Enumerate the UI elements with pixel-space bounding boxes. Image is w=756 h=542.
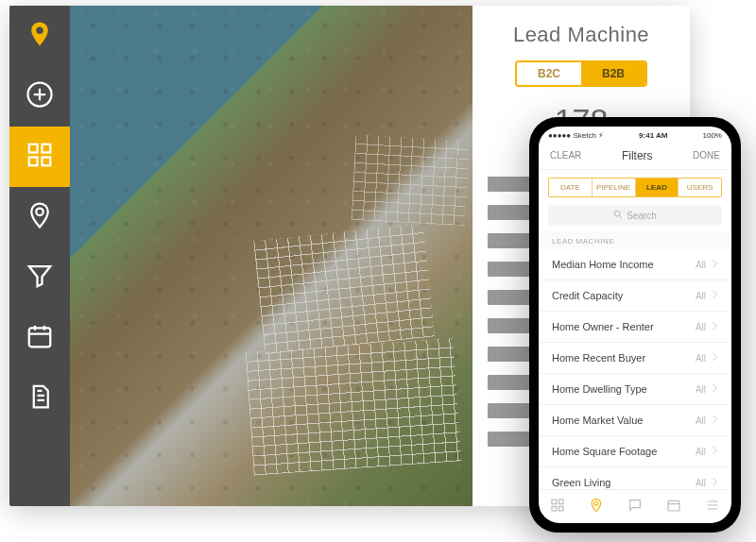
chevron-right-icon [712,477,718,488]
filter-row[interactable]: Home Recent BuyerAll [539,343,731,374]
filter-label: Home Owner - Renter [552,321,654,332]
filter-value-group: All [696,446,718,457]
sidebar-item-add[interactable] [9,66,70,127]
map-subdivision [246,338,462,475]
filter-value: All [696,353,706,364]
filter-label: Home Recent Buyer [552,352,645,364]
map-pin-icon [26,201,54,233]
menu-icon [705,498,720,517]
chevron-right-icon [712,321,718,332]
tab-lead[interactable]: LEAD [636,178,679,196]
filter-row[interactable]: Credit CapacityAll [539,280,731,312]
tabbar-chat[interactable] [627,499,644,516]
filter-value: All [696,478,706,488]
sidebar-item-filter[interactable] [9,247,70,308]
filter-value: All [696,415,706,426]
phone-screen: ●●●●● Sketch ⚡︎ 9:41 AM 100% CLEAR Filte… [539,127,731,523]
filter-label: Home Dwelling Type [552,383,647,395]
sidebar-item-grid[interactable] [9,127,70,187]
section-header: LEAD MACHINE [539,231,731,249]
filter-value-group: All [696,290,718,301]
filters-topbar: CLEAR Filters DONE [539,142,731,170]
filter-row[interactable]: Home Dwelling TypeAll [539,374,731,405]
segment-control: B2C B2B [515,60,647,87]
segment-b2c[interactable]: B2C [517,62,581,85]
logo-pin-icon [26,20,54,52]
chevron-right-icon [712,415,718,426]
search-icon [613,210,623,221]
statusbar-time: 9:41 AM [639,131,667,140]
done-button[interactable]: DONE [693,150,720,161]
filter-row[interactable]: Median Home IncomeAll [539,249,731,280]
svg-rect-11 [552,506,557,511]
sidebar-item-map[interactable] [9,187,70,247]
tabbar-grid[interactable] [549,499,566,516]
tab-date[interactable]: DATE [549,178,593,196]
filter-value-group: All [696,352,718,364]
tabbar-calendar[interactable] [665,499,682,516]
svg-rect-7 [29,328,51,347]
svg-rect-4 [29,158,38,166]
svg-point-6 [36,209,43,216]
svg-point-8 [614,211,620,216]
sidebar-item-calendar[interactable] [9,308,70,368]
sidebar [9,6,70,506]
svg-rect-10 [559,500,564,504]
topbar-title: Filters [622,149,653,162]
sidebar-item-logo[interactable] [9,6,70,66]
svg-rect-5 [43,158,51,166]
filter-label: Home Market Value [552,415,643,426]
svg-rect-9 [552,500,557,504]
filter-icon [26,262,54,294]
filter-value: All [696,447,706,457]
filter-value: All [696,291,706,301]
tab-pipeline[interactable]: PIPELINE [593,178,636,196]
chevron-right-icon [712,290,718,301]
filter-value: All [696,384,706,395]
chevron-right-icon [712,383,718,395]
map-subdivision [352,135,470,226]
filter-tabs: DATE PIPELINE LEAD USERS [548,178,722,197]
grid-icon [550,498,565,517]
filter-value-group: All [696,383,718,395]
status-bar: ●●●●● Sketch ⚡︎ 9:41 AM 100% [539,127,731,142]
filter-label: Median Home Income [552,259,654,270]
search-placeholder: Search [627,211,657,221]
clear-button[interactable]: CLEAR [550,150,581,161]
panel-title: Lead Machine [513,23,649,47]
bottom-tabbar [539,489,731,523]
add-icon [26,80,54,112]
search-input[interactable]: Search [548,205,722,226]
filter-label: Credit Capacity [552,290,623,301]
chat-icon [627,498,643,517]
svg-rect-2 [29,144,38,153]
filter-value: All [696,322,706,332]
tabbar-menu[interactable] [704,499,721,516]
chevron-right-icon [712,259,718,270]
filter-row[interactable]: Home Square FootageAll [539,436,731,467]
filter-label: Green Living [552,477,610,488]
phone-device: ●●●●● Sketch ⚡︎ 9:41 AM 100% CLEAR Filte… [529,117,741,533]
tab-users[interactable]: USERS [679,178,721,196]
segment-b2b[interactable]: B2B [581,62,645,85]
filter-label: Home Square Footage [552,446,657,457]
tabbar-pin[interactable] [588,499,605,516]
calendar-icon [666,498,681,517]
statusbar-carrier: ●●●●● Sketch ⚡︎ [548,131,604,140]
filter-list[interactable]: Median Home IncomeAllCredit CapacityAllH… [539,249,731,489]
filter-value-group: All [696,259,718,270]
svg-point-13 [594,501,598,505]
grid-icon [26,141,54,173]
sidebar-item-document[interactable] [9,368,70,429]
filter-row[interactable]: Home Market ValueAll [539,405,731,436]
filter-row[interactable]: Home Owner - RenterAll [539,312,731,343]
map-subdivision [253,224,435,354]
chevron-right-icon [712,352,718,364]
filter-value-group: All [696,477,718,488]
satellite-map[interactable] [70,6,472,506]
filter-value-group: All [696,321,718,332]
filter-row[interactable]: Green LivingAll [539,467,731,489]
document-icon [26,382,54,415]
filter-value-group: All [696,415,718,426]
calendar-icon [26,322,54,354]
